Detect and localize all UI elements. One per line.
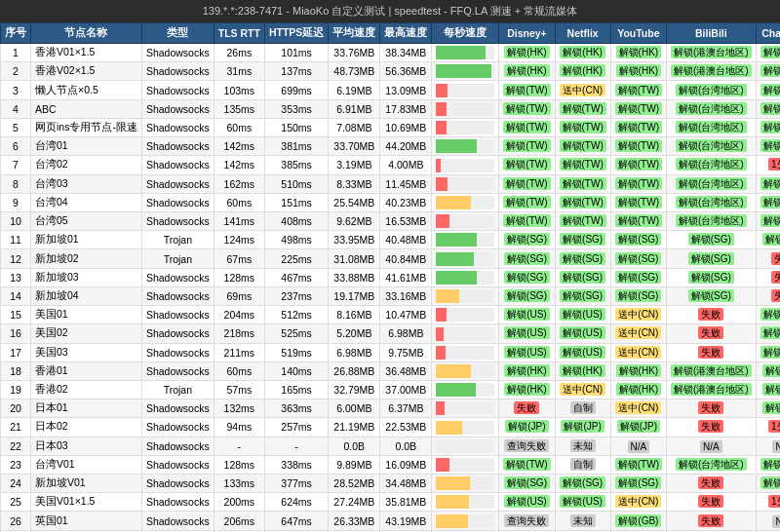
table-cell: 13 (1, 268, 31, 286)
table-cell: 解锁(US) (499, 493, 555, 512)
table-cell: 101ms (264, 44, 328, 62)
table-cell: 台湾03 (31, 174, 142, 193)
speed-bar-cell (432, 380, 499, 399)
table-row: 9台湾04Shadowsocks60ms151ms25.54MB40.23MB解… (1, 193, 781, 211)
table-cell: 解锁(SG) (756, 174, 780, 193)
speed-bar-cell (432, 493, 499, 512)
table-cell: 31ms (214, 62, 264, 81)
table-cell: 解锁(TW) (610, 174, 666, 193)
speed-bar-container (436, 439, 494, 453)
main-container: 139.*.*:238-7471 - MiaoKo 自定义测试 | speedt… (0, 0, 780, 532)
speed-bar-container (436, 476, 494, 490)
table-row: 5网页ins专用节点-限速Shadowsocks60ms150ms7.08MB1… (1, 118, 781, 136)
table-cell: 17 (1, 343, 31, 361)
table-cell: 26.33MB (329, 512, 380, 530)
table-cell: 13.09MB (380, 81, 432, 99)
table-cell: 9.62MB (329, 211, 380, 230)
table-cell: 美国V01×1.5 (31, 493, 142, 512)
table-cell: 台湾V01 (31, 455, 142, 474)
table-cell: 解锁(HK) (499, 380, 555, 399)
table-row: 11新加坡01Trojan124ms498ms33.95MB40.48MB解锁(… (1, 231, 781, 249)
table-row: 20日本01Shadowsocks132ms363ms6.00MB6.37MB失… (1, 399, 781, 418)
table-row: 10台湾05Shadowsocks141ms408ms9.62MB16.53MB… (1, 211, 781, 230)
table-cell: 204ms (214, 306, 264, 324)
table-cell: 60ms (214, 118, 264, 136)
col-id: 序号 (1, 23, 31, 44)
table-cell: 15 (1, 306, 31, 324)
table-cell: 解锁(TW) (555, 99, 610, 118)
table-cell: 1失败 (756, 493, 780, 512)
table-cell: 19.17MB (329, 286, 380, 305)
table-cell: 38.34MB (380, 44, 432, 62)
table-cell: 6.37MB (380, 399, 432, 418)
table-row: 16美国02Shadowsocks218ms525ms5.20MB6.98MB解… (1, 324, 781, 343)
table-cell: 解锁(SG) (499, 286, 555, 305)
table-cell: 失败 (666, 418, 756, 437)
col-netflix: Netflix (555, 23, 610, 44)
table-cell: 解锁(TW) (610, 81, 666, 99)
table-cell: 失败 (756, 249, 780, 268)
table-cell: 6.19MB (329, 81, 380, 99)
table-cell: 解锁(SG) (555, 268, 610, 286)
table-row: 4ABCShadowsocks135ms353ms6.91MB17.83MB解锁… (1, 99, 781, 118)
table-cell: 33.88MB (329, 268, 380, 286)
table-cell: 5 (1, 118, 31, 136)
col-https: HTTPS延迟 (264, 23, 328, 44)
table-cell: 未知 (555, 512, 610, 530)
table-cell: Shadowsocks (141, 99, 214, 118)
speed-bar-container (436, 121, 494, 134)
table-cell: Shadowsocks (141, 62, 214, 81)
speed-bar-container (436, 159, 494, 172)
table-cell: 9.89MB (329, 455, 380, 474)
table-cell: 台湾01 (31, 137, 142, 156)
table-cell: 解锁(SG) (499, 268, 555, 286)
table-cell: 44.20MB (380, 137, 432, 156)
table-cell: 失败 (499, 399, 555, 418)
table-row: 13新加坡03Shadowsocks128ms467ms33.88MB41.61… (1, 268, 781, 286)
table-cell: 60ms (214, 193, 264, 211)
speed-bar-container (436, 233, 494, 247)
table-cell: 36.48MB (380, 361, 432, 380)
col-name: 节点名称 (31, 23, 142, 44)
table-cell: 151ms (264, 193, 328, 211)
table-row: 25美国V01×1.5Shadowsocks200ms624ms27.24MB3… (1, 493, 781, 512)
table-cell: Shadowsocks (141, 118, 214, 136)
table-row: 7台湾02Shadowsocks142ms385ms3.19MB4.00MB解锁… (1, 156, 781, 174)
table-cell: 162ms (214, 174, 264, 193)
table-cell: 查询失败 (499, 512, 555, 530)
table-cell: 37.00MB (380, 380, 432, 399)
table-cell: 解锁(HK) (555, 62, 610, 81)
table-cell: 206ms (214, 512, 264, 530)
table-cell: 台湾02 (31, 156, 142, 174)
table-cell: 送中(CN) (555, 380, 610, 399)
table-row: 24新加坡V01Shadowsocks133ms377ms28.52MB34.4… (1, 475, 781, 493)
table-cell: 512ms (264, 306, 328, 324)
speed-bar-container (436, 401, 494, 415)
table-cell: 解锁(TW) (499, 99, 555, 118)
table-cell: 9 (1, 193, 31, 211)
table-cell: Shadowsocks (141, 324, 214, 343)
results-table: 序号 节点名称 类型 TLS RTT HTTPS延迟 平均速度 最高速度 每秒速… (0, 22, 780, 532)
table-cell: 解锁(TW) (555, 211, 610, 230)
table-cell: 解锁(TW) (610, 137, 666, 156)
table-cell: 新加坡04 (31, 286, 142, 305)
table-cell: 解锁(SG) (756, 81, 780, 99)
table-container[interactable]: 序号 节点名称 类型 TLS RTT HTTPS延迟 平均速度 最高速度 每秒速… (0, 22, 780, 532)
table-cell: 解锁(台湾地区) (666, 81, 756, 99)
table-cell: 135ms (214, 99, 264, 118)
table-cell: 4 (1, 99, 31, 118)
table-cell: 解锁(HK) (610, 62, 666, 81)
table-cell: 25 (1, 493, 31, 512)
speed-bar-container (436, 289, 494, 303)
table-cell: Shadowsocks (141, 286, 214, 305)
table-cell: 699ms (264, 81, 328, 99)
speed-bar-cell (432, 418, 499, 437)
table-cell: Shadowsocks (141, 418, 214, 437)
speed-bar-cell (432, 249, 499, 268)
table-cell: 解锁(SG) (610, 268, 666, 286)
table-cell: 新加坡03 (31, 268, 142, 286)
table-cell: 解锁(TW) (555, 137, 610, 156)
table-cell: 16.09MB (380, 455, 432, 474)
table-cell: 24 (1, 475, 31, 493)
table-cell: Shadowsocks (141, 437, 214, 455)
